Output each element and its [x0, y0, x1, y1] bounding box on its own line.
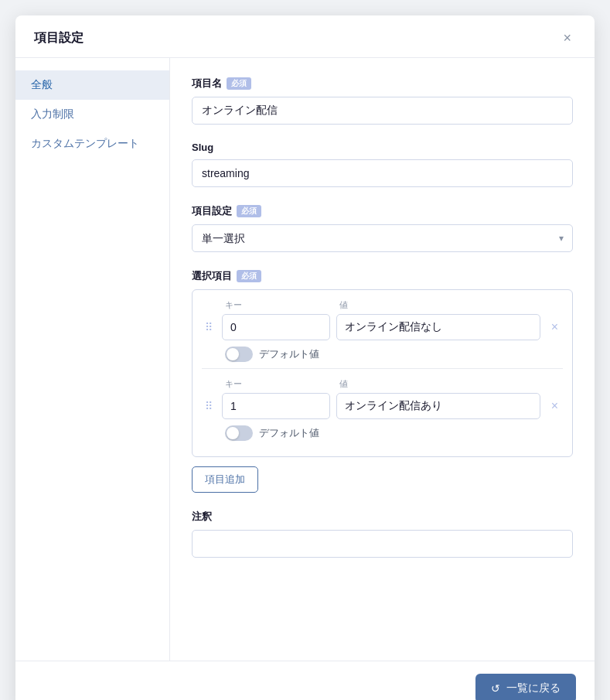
choice-inputs-2: ⠿ × [202, 393, 563, 419]
settings-modal: 項目設定 × 全般 入力制限 カスタムテンプレート 項目名 必須 [15, 15, 595, 700]
modal-title: 項目設定 [34, 30, 83, 46]
modal-header: 項目設定 × [15, 15, 595, 58]
modal-body: 全般 入力制限 カスタムテンプレート 項目名 必須 Slug [15, 58, 595, 661]
choices-label: 選択項目 必須 [192, 269, 573, 283]
value-col-header-1: 値 [339, 299, 563, 311]
notes-field-group: 注釈 [192, 510, 573, 558]
back-label: 一覧に戻る [506, 681, 561, 695]
choices-container: キー 値 ⠿ [192, 289, 573, 457]
item-setting-select[interactable]: 単一選択 複数選択 テキスト [192, 224, 573, 252]
choice-key-input-1[interactable] [222, 314, 330, 340]
slug-input[interactable] [192, 159, 573, 187]
default-toggle-1[interactable] [225, 347, 253, 362]
notes-input[interactable] [192, 530, 573, 558]
back-to-list-button[interactable]: ↺ 一覧に戻る [475, 674, 576, 700]
key-col-header-1: キー [225, 299, 333, 311]
item-name-field-group: 項目名 必須 [192, 77, 573, 125]
default-toggle-label-2: デフォルト値 [259, 426, 319, 440]
choice-value-wrapper-1 [336, 314, 540, 340]
add-item-button[interactable]: 項目追加 [192, 466, 258, 493]
choice-value-input-1[interactable] [336, 314, 540, 340]
sidebar-item-custom-template[interactable]: カスタムテンプレート [15, 129, 169, 159]
delete-choice-button-1[interactable]: × [547, 318, 563, 336]
item-name-required-badge: 必須 [227, 77, 251, 90]
close-button[interactable]: × [558, 29, 576, 46]
item-name-input[interactable] [192, 97, 573, 125]
slug-label: Slug [192, 142, 573, 153]
default-toggle-row-2: デフォルト値 [202, 425, 563, 441]
sidebar-item-general[interactable]: 全般 [15, 70, 169, 100]
default-toggle-2[interactable] [225, 425, 253, 441]
default-toggle-row-1: デフォルト値 [202, 347, 563, 362]
sidebar: 全般 入力制限 カスタムテンプレート [15, 58, 170, 661]
form-content: 項目名 必須 Slug 項目設定 必須 単 [170, 58, 595, 661]
choice-value-wrapper-2 [336, 393, 540, 419]
choice-inputs-1: ⠿ × [202, 314, 563, 340]
choice-key-wrapper-1 [222, 314, 330, 340]
choices-field-group: 選択項目 必須 キー 値 [192, 269, 573, 493]
item-setting-required-badge: 必須 [237, 205, 261, 217]
item-setting-field-group: 項目設定 必須 単一選択 複数選択 テキスト ▾ [192, 204, 573, 252]
choice-value-input-2[interactable] [336, 393, 540, 419]
notes-label: 注釈 [192, 510, 573, 524]
slug-field-group: Slug [192, 142, 573, 187]
sidebar-item-input-limit[interactable]: 入力制限 [15, 100, 169, 129]
drag-handle-icon-2[interactable]: ⠿ [202, 400, 216, 412]
choice-row: キー 値 ⠿ [202, 299, 563, 362]
choice-key-wrapper-2 [222, 393, 330, 419]
value-col-header-2: 値 [339, 378, 563, 390]
back-icon: ↺ [491, 682, 500, 695]
default-toggle-label-1: デフォルト値 [259, 347, 319, 361]
item-setting-label: 項目設定 必須 [192, 204, 573, 218]
item-name-label: 項目名 必須 [192, 77, 573, 90]
key-col-header-2: キー [225, 378, 333, 390]
item-setting-select-wrapper: 単一選択 複数選択 テキスト ▾ [192, 224, 573, 252]
modal-footer: ↺ 一覧に戻る [15, 661, 595, 700]
delete-choice-button-2[interactable]: × [547, 397, 563, 415]
drag-handle-icon-1[interactable]: ⠿ [202, 321, 216, 333]
choice-row: キー 値 ⠿ [202, 368, 563, 441]
choices-required-badge: 必須 [237, 270, 261, 282]
choice-key-input-2[interactable] [222, 393, 330, 419]
